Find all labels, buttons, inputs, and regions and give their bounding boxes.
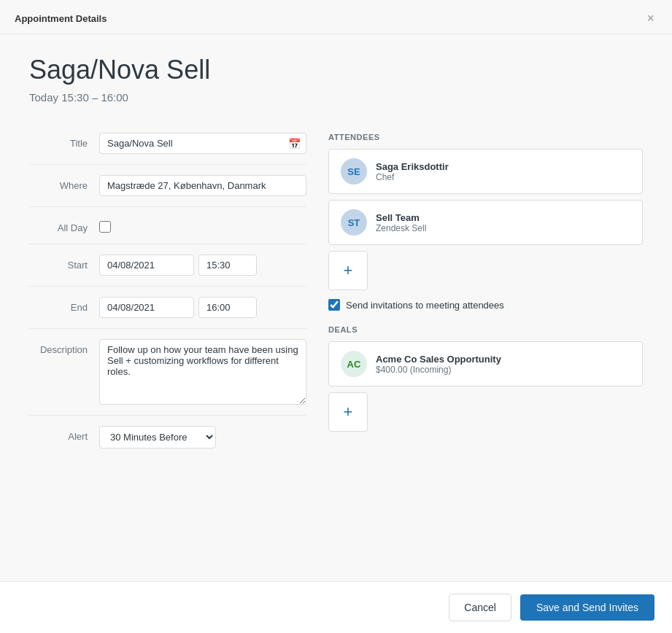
end-date-input[interactable] [99,297,194,318]
add-attendee-button[interactable]: + [328,251,368,290]
description-label: Description [29,339,88,355]
form-area: Title 📅 Where All Day [0,125,672,484]
close-button[interactable]: × [644,12,657,25]
cancel-button[interactable]: Cancel [449,594,511,621]
where-label: Where [29,175,88,191]
deal-name-0: Acme Co Sales Opportunity [376,354,501,365]
modal-header-title: Appointment Details [15,13,107,24]
allday-checkbox[interactable] [99,221,111,233]
attendee-role-1: Zendesk Sell [376,223,426,233]
alert-row: Alert None At Time of Event 5 Minutes Be… [29,426,306,459]
appointment-modal: Appointment Details × Saga/Nova Sell Tod… [0,0,672,633]
title-input-wrapper: 📅 [99,133,306,154]
invite-checkbox-row: Send invitations to meeting attendees [328,299,643,311]
allday-checkbox-wrapper [99,217,111,233]
title-input[interactable] [99,133,306,154]
attendees-section-label: ATTENDEES [328,133,643,141]
right-form: ATTENDEES SE Saga Eriksdottir Chef ST Se… [328,133,643,469]
appointment-time: Today 15:30 – 16:00 [29,91,643,104]
modal-body: Saga/Nova Sell Today 15:30 – 16:00 Title… [0,34,672,581]
title-label: Title [29,133,88,149]
modal-footer: Cancel Save and Send Invites [0,581,672,633]
invite-checkbox[interactable] [328,299,340,311]
start-row: Start [29,255,306,287]
attendee-name-1: Sell Team [376,212,426,223]
attendee-name-0: Saga Eriksdottir [376,161,449,172]
alert-select[interactable]: None At Time of Event 5 Minutes Before 1… [99,426,216,448]
end-label: End [29,297,88,313]
alert-label: Alert [29,426,88,442]
deals-section-label: DEALS [328,325,643,334]
appointment-title: Saga/Nova Sell [29,55,643,85]
save-button[interactable]: Save and Send Invites [520,594,654,621]
allday-row: All Day [29,217,306,244]
attendee-role-0: Chef [376,172,449,182]
deal-amount-0: $400.00 (Incoming) [376,365,501,375]
deals-section: DEALS AC Acme Co Sales Opportunity $400.… [328,325,643,432]
attendee-info-1: Sell Team Zendesk Sell [376,212,426,233]
start-date-time [99,255,257,276]
deal-card-0: AC Acme Co Sales Opportunity $400.00 (In… [328,341,643,387]
where-input[interactable] [99,175,306,196]
attendee-avatar-0: SE [341,158,367,185]
invite-label: Send invitations to meeting attendees [346,300,504,311]
left-form: Title 📅 Where All Day [29,133,306,469]
start-time-input[interactable] [198,255,257,276]
calendar-icon: 📅 [288,138,301,149]
end-row: End [29,297,306,329]
attendee-card-1: ST Sell Team Zendesk Sell [328,200,643,245]
deal-avatar-0: AC [341,351,367,377]
start-label: Start [29,255,88,271]
add-deal-button[interactable]: + [328,392,368,432]
title-row: Title 📅 [29,133,306,165]
appointment-title-section: Saga/Nova Sell Today 15:30 – 16:00 [0,34,672,125]
end-date-time [99,297,257,318]
description-textarea[interactable]: Follow up on how your team have been usi… [99,339,306,405]
attendee-card-0: SE Saga Eriksdottir Chef [328,149,643,194]
where-row: Where [29,175,306,207]
attendee-avatar-1: ST [341,209,367,236]
description-row: Description Follow up on how your team h… [29,339,306,416]
attendee-info-0: Saga Eriksdottir Chef [376,161,449,182]
deal-info-0: Acme Co Sales Opportunity $400.00 (Incom… [376,354,501,375]
end-time-input[interactable] [198,297,257,318]
start-date-input[interactable] [99,255,194,276]
modal-header: Appointment Details × [0,0,672,34]
allday-label: All Day [29,217,88,233]
